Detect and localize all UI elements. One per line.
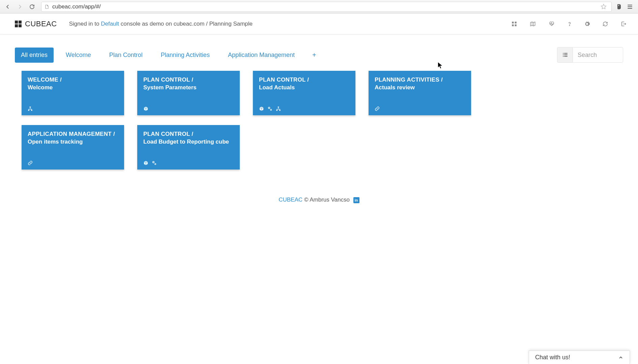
card-category: PLAN CONTROL / [259,76,349,84]
cube-icon [259,106,264,111]
cards-grid: WELCOME /WelcomePLAN CONTROL /System Par… [0,63,638,170]
browser-url-text: cubeac.com/app/#/ [52,3,101,10]
help-icon[interactable] [567,21,572,27]
card-icon-row [375,106,465,111]
browser-right-icons [616,3,635,10]
svg-point-22 [153,162,154,163]
svg-rect-20 [279,110,281,111]
header-icon-group [511,21,627,27]
list-view-toggle[interactable] [557,47,573,63]
card-title: System Parameters [143,84,234,92]
svg-rect-12 [28,110,29,111]
link-icon [28,160,33,165]
svg-rect-10 [564,56,568,57]
heartbeat-icon[interactable] [548,21,555,27]
card-category: PLAN CONTROL / [143,76,234,84]
card[interactable]: PLAN CONTROL /Load Budget to Reporting c… [137,125,240,170]
tab-add-button[interactable]: + [307,48,322,62]
search-input[interactable] [573,47,623,63]
grid-view-icon[interactable] [511,21,517,27]
linkedin-icon[interactable]: in [353,197,359,203]
mouse-cursor [438,62,442,69]
svg-rect-8 [564,55,568,55]
cube-icon [143,160,148,165]
card-icon-row [28,160,118,165]
card[interactable]: PLAN CONTROL /System Parameters [137,71,240,115]
card[interactable]: PLAN CONTROL /Load Actuals [253,71,355,115]
link-icon [375,106,380,111]
chat-label: Chat with us! [535,354,570,361]
browser-forward-button[interactable] [15,2,25,12]
svg-point-15 [269,108,270,109]
sitemap-icon [28,106,33,111]
card-category: PLANNING ACTIVITIES / [375,76,465,84]
tab-label: Plan Control [109,52,143,58]
tab-label: All entries [21,52,48,58]
map-icon[interactable] [529,21,536,27]
card[interactable]: APPLICATION MANAGEMENT /Open items track… [22,125,124,170]
refresh-icon[interactable] [602,21,608,27]
card-icon-row [143,106,234,111]
browser-menu-icon[interactable] [627,3,633,10]
svg-rect-19 [276,110,278,111]
tab-label: Planning Activities [161,52,210,58]
card-category: APPLICATION MANAGEMENT / [28,130,118,138]
search-group [557,47,623,63]
svg-rect-18 [278,107,279,108]
footer: CUBEAC © Ambrus Vancso in [0,196,638,203]
chevron-up-icon [618,355,624,360]
card-title: Actuals review [375,84,465,92]
card-title: Load Budget to Reporting cube [143,138,234,146]
signed-in-suffix: console as demo on cubeac.com / Planning… [119,21,253,27]
footer-author: Ambrus Vancso [310,196,350,203]
svg-rect-3 [515,24,517,26]
tab-planning-activities[interactable]: Planning Activities [155,48,216,63]
signed-in-text: Signed in to Default console as demo on … [69,21,253,27]
browser-url-bar[interactable]: cubeac.com/app/#/ [41,2,612,12]
brand-logo[interactable]: CUBEAC [15,20,57,28]
sitemap-icon [276,106,281,111]
card-icon-row [259,106,349,111]
browser-reload-button[interactable] [27,2,37,12]
tab-label: Welcome [66,52,91,58]
svg-rect-6 [564,53,568,54]
cube-icon [143,106,148,111]
add-tab-label: + [312,51,316,59]
card[interactable]: WELCOME /Welcome [22,71,124,115]
page-icon [44,4,50,9]
svg-rect-5 [563,53,563,54]
card-icon-row [28,106,118,111]
app-header: CUBEAC Signed in to Default console as d… [0,13,638,34]
gear-icon[interactable] [584,21,590,27]
card[interactable]: PLANNING ACTIVITIES /Actuals review [369,71,471,115]
signed-in-prefix: Signed in to [69,21,101,27]
svg-rect-1 [515,22,517,23]
tab-label: Application Management [228,52,295,58]
tab-welcome[interactable]: Welcome [60,48,97,63]
svg-rect-11 [30,107,31,108]
gears-icon [152,160,157,165]
card-title: Open items tracking [28,138,118,146]
svg-rect-0 [512,22,514,23]
tab-bar: All entries Welcome Plan Control Plannin… [0,34,638,63]
chat-widget[interactable]: Chat with us! [529,351,630,364]
card-title: Load Actuals [259,84,349,92]
tab-all-entries[interactable]: All entries [15,48,54,63]
tab-application-management[interactable]: Application Management [222,48,301,63]
footer-brand-link[interactable]: CUBEAC [279,196,302,203]
browser-chrome: cubeac.com/app/#/ [0,0,638,13]
browser-back-button[interactable] [3,2,13,12]
card-category: PLAN CONTROL / [143,130,234,138]
svg-rect-7 [563,55,563,55]
svg-rect-2 [512,24,514,26]
brand-text: CUBEAC [25,20,57,28]
evernote-extension-icon[interactable] [616,3,622,10]
svg-rect-13 [31,110,32,111]
bookmark-star-icon[interactable] [599,2,609,12]
svg-point-4 [569,25,570,26]
footer-copyright-symbol: © [304,196,309,203]
tab-plan-control[interactable]: Plan Control [103,48,149,63]
card-title: Welcome [28,84,118,92]
signed-in-link[interactable]: Default [101,21,119,27]
logout-icon[interactable] [620,21,627,27]
